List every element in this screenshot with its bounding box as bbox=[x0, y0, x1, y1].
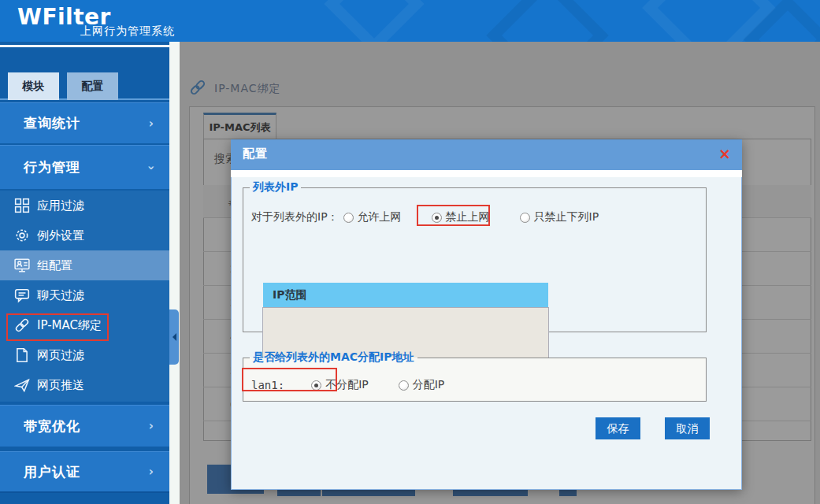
outside-ip-fieldset: 列表外IP 对于列表外的IP： 允许上网 禁止上网 只禁止下列IP IP范围 bbox=[243, 180, 707, 332]
outside-ip-row-label: 对于列表外的IP： bbox=[251, 210, 339, 224]
sidebar-item-label: 聊天过滤 bbox=[37, 288, 84, 303]
link-icon bbox=[14, 317, 30, 333]
radio-block-internet[interactable] bbox=[432, 213, 442, 223]
dialog-title: 配置 bbox=[243, 146, 268, 161]
sidebar-tabbar: 模块 配置 bbox=[0, 72, 169, 100]
sidebar-submenu: 应用过滤 例外设置 组配置 聊天过滤 IP-MAC绑定 网页过滤 bbox=[0, 191, 169, 402]
sidebar-item-web-filter[interactable]: 网页过滤 bbox=[0, 340, 169, 370]
assign-ip-fieldset: 是否给列表外的MAC分配IP地址 lan1: 不分配IP 分配IP bbox=[243, 350, 707, 402]
chevron-right-icon: › bbox=[149, 419, 154, 433]
sidebar-item-app-filter[interactable]: 应用过滤 bbox=[0, 191, 169, 220]
sidebar-item-ip-mac-binding[interactable]: IP-MAC绑定 bbox=[0, 310, 169, 340]
page-icon bbox=[14, 347, 30, 363]
app-subtitle: 上网行为管理系统 bbox=[80, 24, 175, 39]
wfilter-app: WFilter 上网行为管理系统 模块 配置 查询统计 › 行为管理 › 应用过… bbox=[0, 0, 820, 504]
option-block-listed-only[interactable]: 只禁止下列IP bbox=[520, 210, 599, 224]
tab-modules[interactable]: 模块 bbox=[8, 72, 59, 100]
sidebar-item-label: IP-MAC绑定 bbox=[37, 318, 102, 333]
banner-decoration bbox=[486, 0, 609, 42]
nav-group-bandwidth[interactable]: 带宽优化 › bbox=[0, 405, 169, 447]
sidebar-item-web-push[interactable]: 网页推送 bbox=[0, 370, 169, 400]
chevron-down-icon: › bbox=[144, 165, 158, 169]
tab-config[interactable]: 配置 bbox=[67, 72, 118, 100]
option-no-assign-ip[interactable]: 不分配IP bbox=[311, 378, 369, 392]
sidebar-item-label: 组配置 bbox=[37, 258, 72, 273]
outside-ip-legend: 列表外IP bbox=[250, 180, 301, 195]
option-block-internet[interactable]: 禁止上网 bbox=[432, 210, 490, 224]
sidebar-gap bbox=[169, 42, 180, 504]
radio-allow-internet[interactable] bbox=[343, 213, 354, 223]
top-banner: WFilter 上网行为管理系统 bbox=[0, 0, 820, 42]
chat-icon bbox=[14, 287, 30, 303]
assign-ip-radio-row: lan1: 不分配IP 分配IP bbox=[251, 378, 444, 392]
sidebar-item-group-config[interactable]: 组配置 bbox=[0, 250, 169, 280]
sidebar-item-label: 例外设置 bbox=[37, 228, 84, 243]
cancel-button[interactable]: 取消 bbox=[665, 417, 710, 439]
gear-icon bbox=[14, 228, 30, 243]
sidebar-item-chat-filter[interactable]: 聊天过滤 bbox=[0, 280, 169, 310]
outside-ip-radio-row: 对于列表外的IP： 允许上网 禁止上网 只禁止下列IP bbox=[251, 210, 599, 224]
monitor-user-icon bbox=[14, 258, 30, 273]
sidebar-item-label: 网页推送 bbox=[37, 378, 84, 393]
chevron-right-icon: › bbox=[149, 117, 154, 131]
nav-group-behavior-mgmt[interactable]: 行为管理 › bbox=[0, 145, 169, 189]
dialog-header-strip bbox=[231, 170, 742, 177]
option-assign-ip[interactable]: 分配IP bbox=[399, 378, 445, 392]
radio-assign-ip[interactable] bbox=[399, 380, 409, 391]
dialog-header[interactable]: 配置 × bbox=[231, 139, 742, 170]
banner-underline bbox=[0, 45, 169, 47]
sidebar-item-exceptions[interactable]: 例外设置 bbox=[0, 220, 169, 250]
nav-group-query-stats[interactable]: 查询统计 › bbox=[0, 102, 169, 143]
sidebar-item-label: 应用过滤 bbox=[37, 198, 84, 213]
nav-group-user-auth[interactable]: 用户认证 › bbox=[0, 451, 169, 493]
lan1-label: lan1: bbox=[251, 379, 284, 391]
radio-block-listed-only[interactable] bbox=[520, 213, 530, 223]
option-allow-internet[interactable]: 允许上网 bbox=[343, 210, 402, 224]
assign-ip-legend: 是否给列表外的MAC分配IP地址 bbox=[250, 350, 417, 365]
collapse-arrow-icon bbox=[173, 333, 176, 341]
grid-icon bbox=[14, 198, 30, 213]
sidebar-item-label: 网页过滤 bbox=[37, 348, 84, 363]
config-dialog: 配置 × 列表外IP 对于列表外的IP： 允许上网 禁止上网 只禁止下列IP bbox=[231, 139, 742, 490]
banner-decoration bbox=[324, 0, 424, 42]
ip-range-header: IP范围 bbox=[263, 283, 548, 307]
chevron-right-icon: › bbox=[149, 465, 154, 479]
radio-no-assign-ip[interactable] bbox=[311, 380, 321, 391]
send-icon bbox=[14, 377, 30, 393]
sidebar: 模块 配置 查询统计 › 行为管理 › 应用过滤 例外设置 组配置 bbox=[0, 42, 169, 504]
close-icon[interactable]: × bbox=[718, 145, 731, 162]
save-button[interactable]: 保存 bbox=[596, 417, 640, 439]
sidebar-collapse-handle[interactable] bbox=[169, 309, 179, 365]
